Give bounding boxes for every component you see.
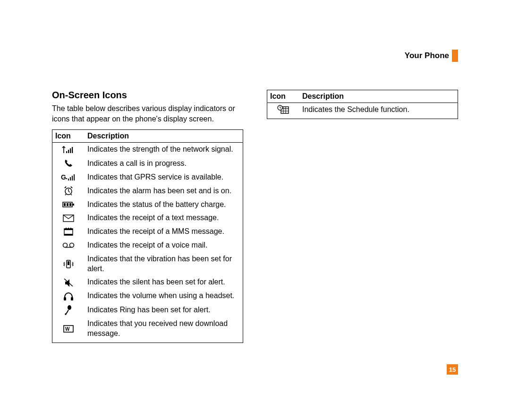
page-number: 15 [447,364,458,375]
svg-rect-14 [67,203,68,206]
vibrate-icon [52,252,85,276]
headset-icon [52,289,85,303]
svg-rect-15 [69,203,71,206]
th-desc: Description [299,90,458,103]
alarm-icon [52,184,85,198]
cell-desc: Indicates that you received new download… [85,317,243,343]
th-desc: Description [85,130,243,143]
icon-table-right: Icon Description [267,90,458,119]
battery-icon [52,198,85,212]
table-row: Indicates that the vibration has been se… [52,252,243,276]
table-row: Indicates the Schedule function. [267,103,458,119]
manual-page: Your Phone On-Screen Icons The table bel… [0,0,510,420]
section-title: On-Screen Icons [52,90,243,101]
svg-rect-7 [70,177,71,180]
header-accent-block [452,50,458,62]
mms-msg-icon [52,225,85,239]
cell-desc: Indicates the volume when using a headse… [85,289,243,303]
voicemail-icon [52,239,85,252]
table-row: Indicates the alarm has been set and is … [52,184,243,198]
th-icon: Icon [267,90,300,103]
svg-point-23 [63,243,68,248]
cell-desc: Indicates the receipt of a text message. [85,211,243,225]
text-msg-icon [52,211,85,225]
svg-rect-0 [66,151,67,153]
cell-desc: Indicates the alarm has been set and is … [85,184,243,198]
svg-rect-22 [70,228,71,230]
svg-point-24 [70,243,74,248]
cell-desc: Indicates a call is in progress. [85,156,243,171]
svg-rect-29 [64,297,66,300]
table-row: Indicates the status of the battery char… [52,198,243,212]
svg-rect-27 [68,261,69,265]
ring-icon [52,303,85,317]
table-row: W Indicates that you received new downlo… [52,317,243,343]
silent-icon [52,275,85,289]
download-icon: W [52,317,85,343]
cell-desc: Indicates the receipt of a voice mail. [85,239,243,252]
section-intro: The table below describes various displa… [52,103,243,124]
svg-rect-21 [68,228,69,230]
svg-point-31 [68,305,71,310]
table-row: Indicates the strength of the network si… [52,143,243,156]
svg-rect-20 [66,228,67,230]
gprs-icon: G [52,171,85,184]
cell-desc: Indicates the silent has been set for al… [85,275,243,289]
cell-desc: Indicates Ring has been set for alert. [85,303,243,317]
svg-rect-6 [68,179,69,180]
cell-desc: Indicates the strength of the network si… [85,143,243,156]
table-row: G Indicates that GPRS service is availab… [52,171,243,184]
icon-table-left: Icon Description [52,129,243,343]
header-title: Your Phone [405,51,449,60]
svg-rect-13 [64,203,66,206]
svg-text:W: W [65,326,70,332]
header-bar: Your Phone [405,50,458,62]
cell-desc: Indicates that the vibration has been se… [85,252,243,276]
left-column: On-Screen Icons The table below describe… [52,90,243,343]
th-icon: Icon [52,130,85,143]
svg-rect-19 [64,234,73,235]
right-column: Icon Description [267,90,458,119]
table-row: Indicates the silent has been set for al… [52,275,243,289]
svg-rect-30 [71,297,73,300]
svg-rect-12 [73,204,74,206]
svg-rect-2 [70,148,71,153]
table-row: Indicates the volume when using a headse… [52,289,243,303]
call-icon [52,156,85,171]
svg-point-5 [66,178,68,180]
svg-point-32 [65,313,67,315]
table-row: Indicates a call is in progress. [52,156,243,171]
content-columns: On-Screen Icons The table below describe… [52,90,458,343]
table-row: Indicates the receipt of a text message. [52,211,243,225]
svg-rect-9 [74,174,75,180]
cell-desc: Indicates that GPRS service is available… [85,171,243,184]
table-row: Indicates the receipt of a MMS message. [52,225,243,239]
table-row: Indicates the receipt of a voice mail. [52,239,243,252]
svg-rect-1 [68,150,69,153]
svg-rect-8 [72,176,73,180]
svg-text:G: G [61,173,66,181]
table-row: Indicates Ring has been set for alert. [52,303,243,317]
cell-desc: Indicates the status of the battery char… [85,198,243,212]
schedule-icon [267,103,300,119]
cell-desc: Indicates the Schedule function. [299,103,458,119]
cell-desc: Indicates the receipt of a MMS message. [85,225,243,239]
svg-rect-3 [72,147,73,153]
signal-icon [52,143,85,156]
